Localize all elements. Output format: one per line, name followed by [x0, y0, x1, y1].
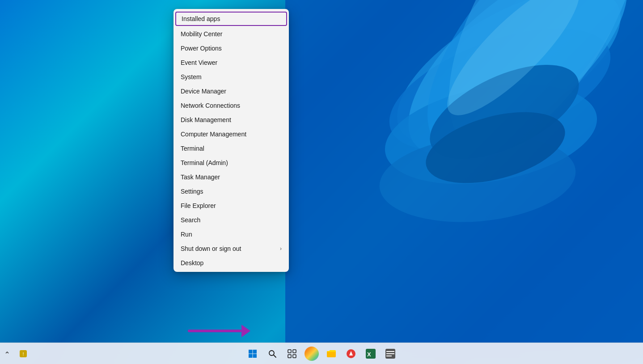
menu-item-chevron-shut-down-sign-out: › — [280, 245, 282, 252]
menu-item-power-options[interactable]: Power Options — [173, 41, 289, 55]
menu-item-event-viewer[interactable]: Event Viewer — [173, 55, 289, 70]
menu-item-file-explorer[interactable]: File Explorer — [173, 199, 289, 213]
desktop: Installed appsMobility CenterPower Optio… — [0, 0, 643, 364]
taskbar-excel[interactable]: X — [362, 345, 380, 363]
menu-item-label-file-explorer: File Explorer — [181, 202, 216, 209]
svg-rect-29 — [386, 356, 392, 356]
file-explorer-button[interactable] — [322, 345, 340, 363]
arrow-head — [241, 325, 250, 337]
menu-item-label-disk-management: Disk Management — [181, 116, 231, 123]
taskbar-center: X — [244, 345, 399, 363]
taskbar-search-button[interactable] — [263, 345, 281, 363]
menu-item-system[interactable]: System — [173, 70, 289, 84]
menu-item-label-task-manager: Task Manager — [181, 174, 220, 181]
taskbar-app2[interactable] — [381, 345, 399, 363]
svg-rect-13 — [249, 354, 253, 358]
menu-item-run[interactable]: Run — [173, 227, 289, 241]
menu-item-label-power-options: Power Options — [181, 45, 222, 52]
svg-rect-27 — [386, 351, 394, 352]
menu-item-label-desktop: Desktop — [181, 259, 203, 267]
menu-item-disk-management[interactable]: Disk Management — [173, 113, 289, 127]
menu-item-label-device-manager: Device Manager — [181, 88, 226, 95]
menu-item-label-network-connections: Network Connections — [181, 102, 240, 109]
arrow-pointer — [188, 325, 250, 337]
menu-item-settings[interactable]: Settings — [173, 184, 289, 199]
task-view-button[interactable] — [283, 345, 301, 363]
menu-item-installed-apps[interactable]: Installed apps — [175, 12, 287, 26]
svg-text:X: X — [367, 351, 371, 358]
menu-item-desktop[interactable]: Desktop — [173, 256, 289, 270]
context-menu: Installed appsMobility CenterPower Optio… — [173, 9, 289, 272]
menu-item-label-terminal-admin: Terminal (Admin) — [181, 159, 228, 166]
svg-rect-11 — [249, 350, 253, 354]
svg-rect-17 — [288, 350, 291, 353]
menu-item-computer-management[interactable]: Computer Management — [173, 127, 289, 141]
svg-rect-18 — [293, 350, 296, 353]
taskbar-app1[interactable] — [342, 345, 360, 363]
menu-item-terminal-admin[interactable]: Terminal (Admin) — [173, 156, 289, 170]
user-avatar — [305, 347, 319, 361]
menu-item-label-computer-management: Computer Management — [181, 131, 246, 138]
menu-item-terminal[interactable]: Terminal — [173, 141, 289, 156]
menu-item-mobility-center[interactable]: Mobility Center — [173, 27, 289, 41]
menu-item-label-terminal: Terminal — [181, 145, 204, 152]
menu-item-label-event-viewer: Event Viewer — [181, 59, 217, 66]
menu-item-label-system: System — [181, 73, 202, 80]
svg-rect-28 — [386, 353, 394, 354]
menu-item-label-settings: Settings — [181, 188, 203, 195]
tray-chevron[interactable] — [0, 347, 14, 361]
svg-line-16 — [274, 355, 276, 357]
svg-rect-12 — [253, 350, 257, 354]
svg-rect-20 — [293, 355, 296, 358]
taskbar-avatar[interactable] — [303, 345, 321, 363]
menu-item-label-search: Search — [181, 216, 200, 224]
taskbar: X ! — [0, 343, 643, 364]
arrow-line — [188, 330, 241, 332]
tray-notification[interactable]: ! — [16, 347, 30, 361]
menu-item-label-shut-down-sign-out: Shut down or sign out — [181, 245, 241, 252]
menu-item-label-mobility-center: Mobility Center — [181, 30, 222, 38]
menu-item-device-manager[interactable]: Device Manager — [173, 84, 289, 98]
menu-item-task-manager[interactable]: Task Manager — [173, 170, 289, 184]
svg-rect-14 — [253, 354, 257, 358]
menu-item-shut-down-sign-out[interactable]: Shut down or sign out› — [173, 241, 289, 256]
menu-item-network-connections[interactable]: Network Connections — [173, 98, 289, 113]
wallpaper — [285, 0, 643, 358]
menu-item-label-run: Run — [181, 231, 192, 238]
taskbar-tray: ! — [0, 347, 30, 361]
start-button[interactable] — [244, 345, 262, 363]
svg-text:!: ! — [22, 351, 24, 357]
svg-rect-19 — [288, 355, 291, 358]
menu-item-search[interactable]: Search — [173, 213, 289, 227]
svg-point-15 — [269, 351, 274, 356]
svg-rect-21 — [327, 351, 336, 357]
